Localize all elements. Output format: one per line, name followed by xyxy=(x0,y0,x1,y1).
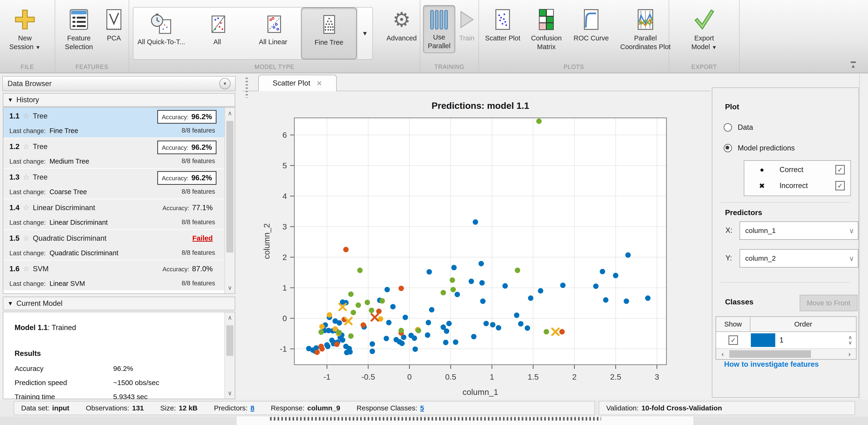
features-count: 8/8 features xyxy=(182,188,215,195)
svg-text:0: 0 xyxy=(407,372,411,381)
plot-controls-panel: Plot Data Model predictions ● Correct ✓ … xyxy=(712,87,859,398)
current-model-scrollbar[interactable]: ∧ ∨ xyxy=(224,312,235,399)
ribbon-toolstrip: New Session▼ FILE Feature Selection PCA xyxy=(0,0,868,73)
history-item-1-2[interactable]: 1.2☆Tree Accuracy:96.2% Last change:Medi… xyxy=(3,138,224,169)
clipped-window-strip xyxy=(0,417,868,425)
scroll-right-icon[interactable]: › xyxy=(843,350,856,358)
gallery-item-fine-tree-selected[interactable]: Fine Tree xyxy=(301,7,357,59)
history-item-1-3[interactable]: 1.3☆Tree Accuracy:96.2% Last change:Coar… xyxy=(3,169,224,199)
ribbon-section-model-type: All Quick-To-T... All All Linear xyxy=(129,0,420,73)
scroll-down-icon[interactable]: ∨ xyxy=(225,390,235,397)
favorite-star-icon[interactable]: ☆ xyxy=(23,203,30,212)
menu-caret-icon: ▼ xyxy=(223,81,227,86)
data-radio-button[interactable] xyxy=(723,123,732,132)
svg-text:-0.5: -0.5 xyxy=(361,372,375,381)
favorite-star-icon[interactable]: ☆ xyxy=(23,142,30,151)
class-show-checkbox[interactable]: ✓ xyxy=(728,335,738,345)
pca-label: PCA xyxy=(107,34,121,42)
pca-button[interactable]: PCA xyxy=(104,5,123,42)
favorite-star-icon[interactable]: ☆ xyxy=(23,173,30,181)
svg-text:6: 6 xyxy=(282,131,287,139)
current-model-status: : Trained xyxy=(48,323,76,332)
data-browser-title: Data Browser xyxy=(7,80,52,88)
scroll-up-icon[interactable]: ∧ xyxy=(225,314,235,321)
classification-learner-app: New Session▼ FILE Feature Selection PCA xyxy=(0,0,868,425)
history-scroll-thumb[interactable] xyxy=(226,121,234,252)
history-item-1-5[interactable]: 1.5☆Quadratic Discriminant Failed Last c… xyxy=(3,230,224,260)
scatter-plot-canvas[interactable]: -1-0.500.511.522.53-10123456 xyxy=(294,117,667,365)
gallery-item-all-linear[interactable]: All Linear xyxy=(245,7,301,59)
features-count: 8/8 features xyxy=(182,280,215,287)
current-model-section-header[interactable]: ▼ Current Model xyxy=(3,296,235,310)
advanced-button[interactable]: ⚙ Advanced xyxy=(386,5,417,42)
scatter-plot-button[interactable]: Scatter Plot xyxy=(485,5,520,42)
check-icon: ✓ xyxy=(837,182,843,190)
horizontal-scroll-thumb[interactable] xyxy=(729,350,811,358)
move-to-front-button[interactable]: Move to Front xyxy=(800,295,858,311)
chevron-down-icon: ∨ xyxy=(849,227,854,235)
correct-checkbox[interactable]: ✓ xyxy=(835,165,845,174)
tab-scatter-plot[interactable]: Scatter Plot ✕ xyxy=(258,75,337,91)
minimize-ribbon-button[interactable]: ▬ ▲ xyxy=(848,59,859,68)
svg-text:2: 2 xyxy=(572,372,577,381)
class-order-value[interactable]: 1 xyxy=(779,336,844,344)
accuracy-badge: Accuracy:96.2% xyxy=(157,171,216,185)
show-column-header[interactable]: Show xyxy=(716,317,750,332)
history-collapse-icon: ▼ xyxy=(7,96,13,103)
gallery-item-all-quick-to-train[interactable]: All Quick-To-T... xyxy=(133,7,189,59)
data-browser-menu-button[interactable]: ▼ xyxy=(219,78,230,89)
train-icon xyxy=(459,5,475,34)
feature-selection-button[interactable]: Feature Selection xyxy=(61,5,96,51)
how-to-investigate-features-link[interactable]: How to investigate features xyxy=(724,360,819,369)
result-row-prediction-speed: Prediction speed~1500 obs/sec xyxy=(14,378,159,387)
section-divider xyxy=(721,348,850,349)
scroll-up-icon[interactable]: ∧ xyxy=(225,110,235,117)
status-response: Response:column_9 xyxy=(271,404,340,412)
parallel-coordinates-plot-button[interactable]: Parallel Coordinates Plot xyxy=(616,5,675,51)
current-model-panel: Model 1.1: Trained Results Accuracy96.2%… xyxy=(3,312,235,399)
scroll-down-icon[interactable]: ∨ xyxy=(225,284,235,291)
new-session-button[interactable]: New Session▼ xyxy=(6,5,44,52)
all-quick-to-train-label: All Quick-To-T... xyxy=(137,38,186,46)
model-predictions-radio-button[interactable] xyxy=(723,144,732,152)
x-predictor-dropdown[interactable]: column_1 ∨ xyxy=(740,221,858,240)
accuracy-text: Accuracy:77.1% xyxy=(159,202,216,214)
scroll-left-icon[interactable]: ‹ xyxy=(716,350,729,358)
history-item-1-4[interactable]: 1.4☆Linear Discriminant Accuracy:77.1% L… xyxy=(3,199,224,230)
response-classes-link[interactable]: 5 xyxy=(420,404,424,412)
history-section-header[interactable]: ▼ History xyxy=(3,93,235,107)
confusion-matrix-button[interactable]: Confusion Matrix xyxy=(526,5,566,51)
gallery-dropdown-button[interactable]: ▼ xyxy=(357,7,372,59)
predictors-count-link[interactable]: 8 xyxy=(250,404,254,412)
favorite-star-icon[interactable]: ☆ xyxy=(23,234,30,243)
svg-text:2.5: 2.5 xyxy=(610,372,621,381)
model-predictions-radio-label[interactable]: Model predictions xyxy=(738,144,795,152)
history-item-1-1[interactable]: 1.1☆Tree Accuracy:96.2% Last change:Fine… xyxy=(3,108,224,138)
classes-horizontal-scrollbar[interactable]: ‹ › xyxy=(716,348,856,359)
export-model-button[interactable]: Export Model▼ xyxy=(689,5,719,52)
ribbon-section-export: Export Model▼ EXPORT xyxy=(669,0,740,73)
train-button-disabled[interactable]: Train xyxy=(458,5,476,42)
incorrect-checkbox[interactable]: ✓ xyxy=(835,181,845,190)
order-column-header[interactable]: Order xyxy=(750,317,856,332)
history-item-1-6[interactable]: 1.6☆SVM Accuracy:87.0% Last change:Linea… xyxy=(3,260,224,291)
data-radio-label[interactable]: Data xyxy=(738,123,753,132)
favorite-star-icon[interactable]: ☆ xyxy=(23,264,30,273)
export-model-check-icon xyxy=(693,5,715,34)
use-parallel-button[interactable]: Use Parallel xyxy=(423,5,455,53)
gallery-item-all[interactable]: All xyxy=(189,7,245,59)
tab-close-icon[interactable]: ✕ xyxy=(316,79,322,87)
favorite-star-icon[interactable]: ☆ xyxy=(23,111,30,120)
accuracy-badge: Accuracy:96.2% xyxy=(157,141,216,154)
results-heading: Results xyxy=(14,349,41,358)
order-spinner[interactable]: ∧ ∨ xyxy=(844,335,856,345)
y-predictor-dropdown[interactable]: column_2 ∨ xyxy=(740,249,858,267)
panel-splitter-grip[interactable] xyxy=(246,78,248,98)
spinner-down-icon[interactable]: ∨ xyxy=(848,340,852,345)
current-model-collapse-icon: ▼ xyxy=(7,300,13,307)
history-scrollbar[interactable]: ∧ ∨ xyxy=(224,108,235,293)
spinner-up-icon[interactable]: ∧ xyxy=(848,335,852,340)
current-model-scroll-thumb[interactable] xyxy=(226,325,234,356)
features-section-label: FEATURES xyxy=(55,63,129,70)
roc-curve-button[interactable]: ROC Curve xyxy=(572,5,610,42)
